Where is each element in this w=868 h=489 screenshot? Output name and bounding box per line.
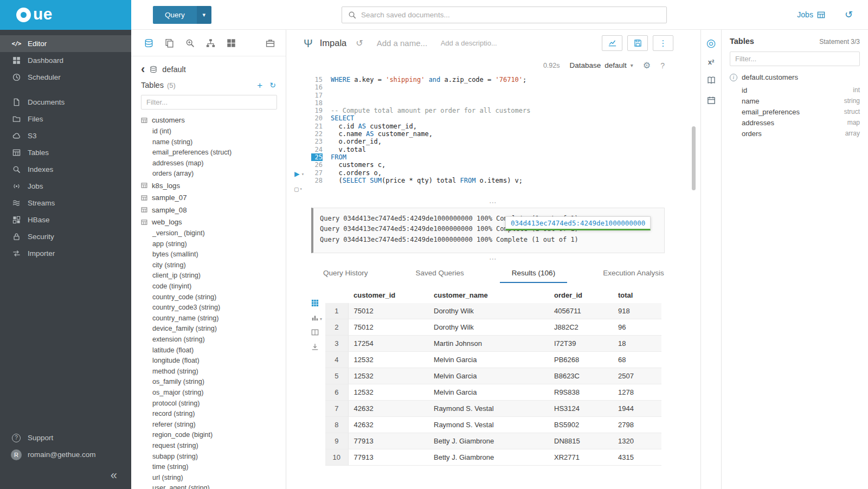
database-name[interactable]: default	[162, 65, 186, 74]
column-item[interactable]: method (string)	[141, 366, 286, 377]
jobs-link[interactable]: Jobs	[797, 10, 825, 19]
column-item[interactable]: addresses (map)	[141, 158, 286, 169]
query-description-input[interactable]	[441, 39, 511, 47]
tab-execution-analysis[interactable]: Execution Analysis	[591, 263, 676, 283]
code-line[interactable]: v.total	[331, 146, 700, 153]
chart-view-icon[interactable]: ▾	[311, 314, 325, 321]
resize-handle-icon[interactable]	[286, 254, 700, 263]
column-item[interactable]: latitude (float)	[141, 345, 286, 356]
execute-button[interactable]: ▶ ▾	[294, 170, 304, 178]
sidebar-item-s3[interactable]: S3	[0, 127, 131, 144]
more-actions-button[interactable]: ⋮	[653, 35, 673, 51]
chart-settings-button[interactable]	[602, 35, 622, 51]
column-item[interactable]: device_family (string)	[141, 324, 286, 334]
briefcase-icon[interactable]	[266, 38, 275, 48]
column-item[interactable]: country_name (string)	[141, 313, 286, 324]
assist-column-id[interactable]: idint	[730, 85, 860, 95]
assist-toggle-icon[interactable]: ◎	[706, 37, 716, 48]
column-item[interactable]: extension (string)	[141, 334, 286, 345]
code-line[interactable]: WHERE a.key = 'shipping' and a.zip_code …	[331, 76, 700, 83]
editor-settings-icon[interactable]: ⚙	[643, 61, 651, 70]
column-item[interactable]: referer (string)	[141, 420, 286, 430]
databases-icon[interactable]	[144, 38, 153, 48]
code-line[interactable]: c.orders o,	[331, 169, 700, 177]
sidebar-item-editor[interactable]: </>Editor	[0, 35, 131, 52]
code-line[interactable]: -- Compute total amount per order for al…	[331, 107, 700, 114]
sidebar-item-documents[interactable]: Documents	[0, 94, 131, 111]
sidebar-item-jobs[interactable]: Jobs	[0, 178, 131, 195]
database-selector[interactable]: Database default ▾	[569, 61, 633, 69]
execute-options-caret[interactable]: ▾	[301, 171, 304, 177]
column-item[interactable]: orders (array)	[141, 169, 286, 179]
assist-column-email-preferences[interactable]: email_preferencesstruct	[730, 106, 860, 117]
code-line[interactable]: customers c,	[331, 161, 700, 169]
column-item[interactable]: country_code (string)	[141, 292, 286, 303]
tables-filter-input[interactable]	[141, 95, 277, 110]
code-line[interactable]: FROM	[331, 153, 700, 161]
query-id-popup[interactable]: 034d413ec7474ed5:4249de1000000000	[505, 216, 651, 230]
table-item-sample-08[interactable]: sample_08	[141, 204, 286, 216]
sidebar-item-security[interactable]: Security	[0, 228, 131, 245]
column-item[interactable]: os_family (string)	[141, 377, 286, 388]
column-item[interactable]: city (string)	[141, 260, 286, 271]
column-item[interactable]: url (string)	[141, 473, 286, 484]
tab-results-106[interactable]: Results (106)	[500, 263, 567, 283]
column-item[interactable]: app (string)	[141, 239, 286, 250]
snippet-history-icon[interactable]: ↺	[356, 38, 363, 48]
info-icon[interactable]: i	[730, 74, 737, 81]
grid-view-icon[interactable]	[311, 299, 325, 307]
table-item-sample-07[interactable]: sample_07	[141, 192, 286, 204]
collapse-sidebar-icon[interactable]: «	[111, 469, 117, 481]
right-filter-input[interactable]	[730, 52, 860, 66]
editor-scrollbar[interactable]	[692, 126, 696, 190]
query-history-icon[interactable]: ↺	[845, 10, 853, 20]
results-row[interactable]: 1077913Betty J. GiambroneXR27714315	[325, 449, 661, 465]
assist-column-orders[interactable]: ordersarray	[730, 128, 860, 139]
sidebar-item-user[interactable]: R romain@gethue.com	[0, 446, 131, 463]
column-item[interactable]: client_ip (string)	[141, 271, 286, 281]
sidebar-item-files[interactable]: Files	[0, 111, 131, 127]
query-name-input[interactable]	[377, 38, 434, 48]
results-row[interactable]: 412532Melvin GarciaPB626868	[325, 351, 661, 368]
column-item[interactable]: request (string)	[141, 441, 286, 452]
database-selector-value[interactable]: default	[605, 61, 627, 69]
code-line[interactable]	[331, 92, 700, 99]
column-item[interactable]: region_code (bigint)	[141, 430, 286, 441]
column-item[interactable]: country_code3 (string)	[141, 303, 286, 313]
schedule-icon[interactable]	[707, 96, 716, 106]
results-row[interactable]: 175012Dorothy Wilk4056711918	[325, 303, 661, 319]
tab-query-history[interactable]: Query History	[311, 263, 380, 283]
sidebar-item-support[interactable]: ? Support	[0, 429, 131, 446]
add-table-icon[interactable]: +	[257, 81, 262, 90]
code-line[interactable]: o.order_id,	[331, 138, 700, 145]
table-item-customers[interactable]: customers	[141, 114, 286, 127]
results-row[interactable]: 317254Martin JohnsonI72T3918	[325, 335, 661, 351]
results-row[interactable]: 842632Raymond S. VestalBS59022798	[325, 416, 661, 433]
column-item[interactable]: _version_ (bigint)	[141, 228, 286, 239]
global-search[interactable]	[342, 7, 667, 23]
code-line[interactable]: c.id AS customer_id,	[331, 123, 700, 130]
sitemap-icon[interactable]	[206, 38, 215, 48]
sidebar-item-hbase[interactable]: HBase	[0, 211, 131, 228]
table-item-k8s-logs[interactable]: k8s_logs	[141, 179, 286, 192]
results-column-header[interactable]: order_id	[549, 287, 613, 303]
sidebar-item-scheduler[interactable]: Scheduler	[0, 69, 131, 86]
column-item[interactable]: email_preferences (struct)	[141, 147, 286, 158]
help-icon[interactable]: ?	[660, 61, 665, 70]
tab-saved-queries[interactable]: Saved Queries	[404, 263, 476, 283]
refresh-tables-icon[interactable]: ↻	[269, 81, 276, 89]
documents-assist-icon[interactable]	[165, 38, 174, 48]
zoom-in-icon[interactable]	[185, 38, 195, 48]
language-reference-icon[interactable]	[707, 76, 716, 86]
table-item-web-logs[interactable]: web_logs	[141, 216, 286, 229]
sidebar-item-importer[interactable]: Importer	[0, 245, 131, 262]
results-row[interactable]: 275012Dorothy WilkJ882C296	[325, 319, 661, 335]
results-row[interactable]: 977913Betty J. GiambroneDN88151320	[325, 433, 661, 449]
save-query-button[interactable]	[627, 35, 648, 51]
column-item[interactable]: longitude (float)	[141, 356, 286, 366]
assist-column-name[interactable]: namestring	[730, 95, 860, 106]
column-item[interactable]: time (string)	[141, 462, 286, 473]
sidebar-item-streams[interactable]: Streams	[0, 195, 131, 211]
code-line[interactable]: c.name AS customer_name,	[331, 130, 700, 138]
code-line[interactable]: SELECT	[331, 114, 700, 122]
